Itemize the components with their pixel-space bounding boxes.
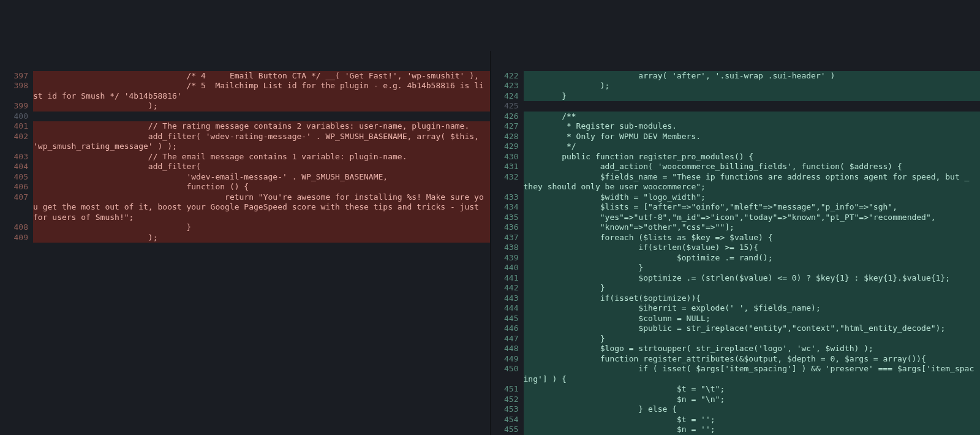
line-content: $fields_name = "These ip functions are a… bbox=[524, 172, 981, 192]
line-content: function () { bbox=[33, 182, 490, 192]
code-line[interactable]: 449 function register_attributes(&$outpu… bbox=[491, 354, 981, 365]
line-number: 440 bbox=[491, 263, 524, 273]
code-line[interactable]: 423 ); bbox=[491, 81, 981, 91]
code-line[interactable]: 444 $iherrit = explode(' ', $fields_name… bbox=[491, 303, 981, 314]
code-line[interactable]: 425 bbox=[491, 101, 981, 112]
line-number: 425 bbox=[491, 101, 524, 112]
code-line[interactable]: 400 bbox=[0, 112, 490, 122]
line-content: $optimize .= (strlen($value) <= 0) ? $ke… bbox=[524, 273, 981, 284]
code-line[interactable]: 426 /** bbox=[491, 112, 981, 122]
code-line[interactable]: 455 $n = ''; bbox=[491, 425, 981, 435]
code-line[interactable]: 443 if(isset($optimize)){ bbox=[491, 293, 981, 304]
line-content: $width = "logo_width"; bbox=[524, 192, 981, 203]
code-line[interactable]: 451 $t = "\t"; bbox=[491, 384, 981, 395]
code-line[interactable]: 431 add_action( 'woocommerce_billing_fie… bbox=[491, 162, 981, 172]
line-content: public function register_pro_modules() { bbox=[524, 152, 981, 162]
line-number: 405 bbox=[0, 172, 33, 183]
line-content: "yes"=>"utf-8","m_id"=>"icon","today"=>"… bbox=[524, 213, 981, 223]
code-line[interactable]: 433 $width = "logo_width"; bbox=[491, 192, 981, 203]
code-line[interactable]: 430 public function register_pro_modules… bbox=[491, 152, 981, 162]
code-line[interactable]: 429 */ bbox=[491, 142, 981, 152]
line-number: 397 bbox=[0, 71, 33, 81]
line-content: ); bbox=[524, 81, 981, 91]
code-line[interactable]: 452 $n = "\n"; bbox=[491, 395, 981, 405]
code-line[interactable]: 440 } bbox=[491, 263, 981, 273]
left-pane[interactable]: 397 /* 4 Email Button CTA */ __( 'Get Fa… bbox=[0, 51, 491, 436]
diff-viewer: 397 /* 4 Email Button CTA */ __( 'Get Fa… bbox=[0, 51, 980, 436]
code-line[interactable]: 437 foreach ($lists as $key => $value) { bbox=[491, 233, 981, 243]
line-number: 398 bbox=[0, 81, 33, 91]
line-number: 445 bbox=[491, 314, 524, 324]
code-line[interactable]: 405 'wdev-email-message-' . WP_SMUSH_BAS… bbox=[0, 172, 490, 183]
code-line[interactable]: 397 /* 4 Email Button CTA */ __( 'Get Fa… bbox=[0, 71, 490, 81]
code-line[interactable]: 446 $public = str_ireplace("entity","con… bbox=[491, 323, 981, 334]
line-number: 444 bbox=[491, 303, 524, 314]
code-line[interactable]: 447 } bbox=[491, 334, 981, 344]
code-line[interactable]: 404 add_filter( bbox=[0, 162, 490, 172]
code-line[interactable]: 399 ); bbox=[0, 101, 490, 112]
line-content: * Only for WPMU DEV Members. bbox=[524, 132, 981, 142]
code-line[interactable]: 406 function () { bbox=[0, 182, 490, 192]
line-content: } bbox=[524, 334, 981, 344]
line-number: 408 bbox=[0, 222, 33, 233]
code-line[interactable]: 432 $fields_name = "These ip functions a… bbox=[491, 172, 981, 192]
code-line[interactable]: 398 /* 5 Mailchimp List id for the plugi… bbox=[0, 81, 490, 101]
line-content: array( 'after', '.sui-wrap .sui-header' … bbox=[524, 71, 981, 81]
line-number: 426 bbox=[491, 112, 524, 122]
line-content: * Register sub-modules. bbox=[524, 121, 981, 132]
line-number: 403 bbox=[0, 152, 33, 162]
line-number: 431 bbox=[491, 162, 524, 172]
line-number: 441 bbox=[491, 273, 524, 284]
code-line[interactable]: 408 } bbox=[0, 222, 490, 233]
code-line[interactable]: 434 $lists = ["after"=>"oinfo","mleft"=>… bbox=[491, 202, 981, 213]
code-line[interactable]: 422 array( 'after', '.sui-wrap .sui-head… bbox=[491, 71, 981, 81]
line-number: 454 bbox=[491, 415, 524, 425]
code-line[interactable]: 402 add_filter( 'wdev-rating-message-' .… bbox=[0, 132, 490, 152]
line-content: $n = "\n"; bbox=[524, 395, 981, 405]
code-line[interactable]: 435 "yes"=>"utf-8","m_id"=>"icon","today… bbox=[491, 213, 981, 223]
line-number: 447 bbox=[491, 334, 524, 344]
line-content: add_filter( bbox=[33, 162, 490, 172]
line-number: 453 bbox=[491, 404, 524, 415]
line-number: 442 bbox=[491, 283, 524, 293]
line-content: $logo = strtoupper( str_ireplace('logo',… bbox=[524, 344, 981, 354]
code-line[interactable]: 407 return "You're awesome for installin… bbox=[0, 192, 490, 223]
line-number: 452 bbox=[491, 395, 524, 405]
code-line[interactable]: 424 } bbox=[491, 91, 981, 102]
line-content: $n = ''; bbox=[524, 425, 981, 435]
code-line[interactable]: 439 $optimize .= rand(); bbox=[491, 253, 981, 263]
code-line[interactable]: 442 } bbox=[491, 283, 981, 293]
code-line[interactable]: 436 "known"=>"other","css"=>""]; bbox=[491, 222, 981, 233]
code-line[interactable]: 448 $logo = strtoupper( str_ireplace('lo… bbox=[491, 344, 981, 354]
code-line[interactable]: 438 if(strlen($value) >= 15){ bbox=[491, 243, 981, 253]
line-number: 406 bbox=[0, 182, 33, 192]
line-content: $optimize .= rand(); bbox=[524, 253, 981, 263]
line-number: 430 bbox=[491, 152, 524, 162]
right-pane[interactable]: 422 array( 'after', '.sui-wrap .sui-head… bbox=[491, 51, 981, 436]
code-line[interactable]: 445 $column = NULL; bbox=[491, 314, 981, 324]
line-number: 404 bbox=[0, 162, 33, 172]
line-content: */ bbox=[524, 142, 981, 152]
code-line[interactable]: 428 * Only for WPMU DEV Members. bbox=[491, 132, 981, 142]
line-number: 446 bbox=[491, 323, 524, 334]
line-content: add_filter( 'wdev-rating-message-' . WP_… bbox=[33, 132, 490, 152]
line-number: 438 bbox=[491, 243, 524, 253]
code-line[interactable]: 441 $optimize .= (strlen($value) <= 0) ?… bbox=[491, 273, 981, 284]
code-line[interactable]: 450 if ( isset( $args['item_spacing'] ) … bbox=[491, 364, 981, 384]
line-number: 401 bbox=[0, 121, 33, 132]
line-number: 433 bbox=[491, 192, 524, 203]
line-number: 423 bbox=[491, 81, 524, 91]
code-line[interactable]: 454 $t = ''; bbox=[491, 415, 981, 425]
line-number: 437 bbox=[491, 233, 524, 243]
line-number: 436 bbox=[491, 222, 524, 233]
code-line[interactable]: 403 // The email message contains 1 vari… bbox=[0, 152, 490, 162]
code-line[interactable]: 453 } else { bbox=[491, 404, 981, 415]
line-content: $lists = ["after"=>"oinfo","mleft"=>"mes… bbox=[524, 202, 981, 213]
line-content: } bbox=[524, 91, 981, 102]
code-line[interactable]: 401 // The rating message contains 2 var… bbox=[0, 121, 490, 132]
line-number: 400 bbox=[0, 112, 33, 122]
code-line[interactable]: 427 * Register sub-modules. bbox=[491, 121, 981, 132]
code-line[interactable]: 409 ); bbox=[0, 233, 490, 243]
line-number: 402 bbox=[0, 132, 33, 142]
line-content: "known"=>"other","css"=>""]; bbox=[524, 222, 981, 233]
